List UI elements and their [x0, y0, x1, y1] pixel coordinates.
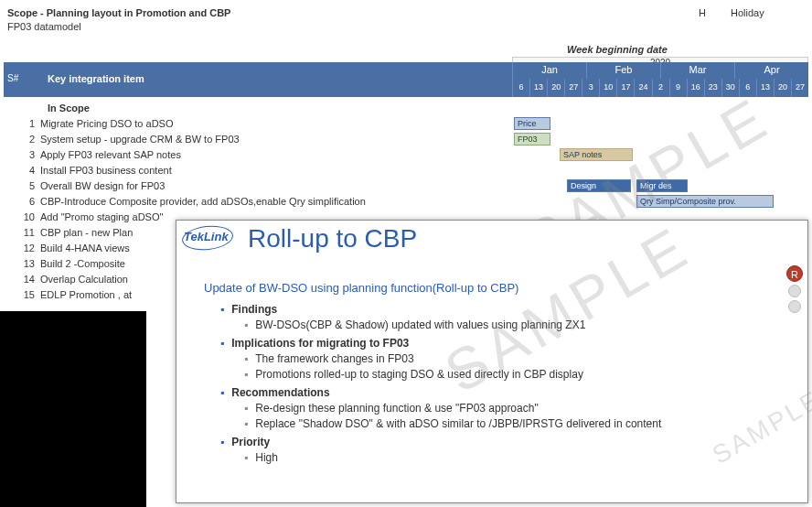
- month-jan: Jan: [512, 62, 586, 79]
- day-cell: 6: [739, 79, 756, 97]
- day-cell: 27: [791, 79, 808, 97]
- day-cell: 13: [529, 79, 547, 97]
- bar-sap-notes[interactable]: SAP notes: [560, 148, 633, 161]
- day-cell: 17: [616, 79, 634, 97]
- day-cell: 2: [652, 79, 669, 97]
- days-header-row: 6 13 20 27 3 10 17 24 2 9 16 23 30 6 13 …: [512, 79, 808, 97]
- slide-title: Roll-up to CBP: [248, 224, 417, 254]
- day-cell: 30: [721, 79, 739, 97]
- section-findings: Findings BW-DSOs(CBP & Shadow) updated w…: [220, 303, 789, 331]
- sheet-subtitle: FP03 datamodel: [4, 20, 808, 33]
- day-cell: 27: [564, 79, 582, 97]
- day-cell: 20: [774, 79, 791, 97]
- traffic-grey-icon: [788, 300, 801, 313]
- day-cell: 10: [599, 79, 616, 97]
- month-header-row: Jan Feb Mar Apr: [512, 62, 808, 79]
- spreadsheet-area: H Holiday Scope - Planning layout in Pro…: [4, 5, 808, 33]
- bar-price[interactable]: Price: [514, 117, 550, 130]
- month-apr: Apr: [734, 62, 808, 79]
- day-cell: 23: [704, 79, 721, 97]
- holiday-legend: H Holiday: [699, 7, 764, 18]
- traffic-r-icon: R: [786, 265, 803, 282]
- section-implications: Implications for migrating to FP03 The f…: [220, 337, 789, 381]
- day-cell: 6: [512, 79, 529, 97]
- bar-fp03[interactable]: FP03: [514, 133, 550, 146]
- section-priority: Priority High: [220, 436, 789, 464]
- day-cell: 13: [756, 79, 774, 97]
- bullet-item: High: [244, 451, 789, 464]
- bullet-item: Re-design these planning function & use …: [244, 402, 789, 415]
- sheet-title: Scope - Planning layout in Promotion and…: [4, 5, 808, 20]
- traffic-grey-icon: [788, 285, 801, 297]
- black-panel: [0, 311, 146, 507]
- bar-migr-des[interactable]: Migr des: [636, 179, 688, 192]
- bullet-item: BW-DSOs(CBP & Shadow) updated with value…: [244, 318, 789, 331]
- holiday-code: H: [699, 7, 706, 18]
- day-cell: 16: [687, 79, 704, 97]
- bullet-item: The framework changes in FP03: [244, 352, 789, 365]
- bullet-item: Replace "Shadow DSO" & with aDSO similar…: [244, 417, 789, 430]
- day-cell: 20: [547, 79, 564, 97]
- day-cell: 3: [582, 79, 599, 97]
- slide-content: Findings BW-DSOs(CBP & Shadow) updated w…: [220, 303, 789, 469]
- col-sn: S#: [7, 73, 18, 83]
- slide-overlay[interactable]: TekLink Roll-up to CBP Update of BW-DSO …: [176, 220, 808, 503]
- slide-subtitle: Update of BW-DSO using planning function…: [204, 281, 518, 295]
- month-feb: Feb: [586, 62, 660, 79]
- teklink-logo: TekLink: [184, 230, 229, 243]
- week-beginning-label: Week beginning date: [567, 44, 668, 55]
- day-cell: 24: [634, 79, 651, 97]
- day-cell: 9: [669, 79, 687, 97]
- month-mar: Mar: [660, 62, 734, 79]
- col-key-item: Key integration item: [48, 73, 144, 84]
- bar-design[interactable]: Design: [567, 179, 631, 192]
- bullet-item: Promotions rolled-up to staging DSO & us…: [244, 368, 789, 381]
- section-recommendations: Recommendations Re-design these planning…: [220, 386, 789, 430]
- holiday-label: Holiday: [731, 7, 764, 18]
- gantt-area: Price FP03 SAP notes Design Migr des Qry…: [512, 101, 808, 210]
- bar-qry-simp[interactable]: Qry Simp/Composite prov.: [636, 195, 774, 208]
- traffic-light-icon[interactable]: R: [785, 265, 805, 316]
